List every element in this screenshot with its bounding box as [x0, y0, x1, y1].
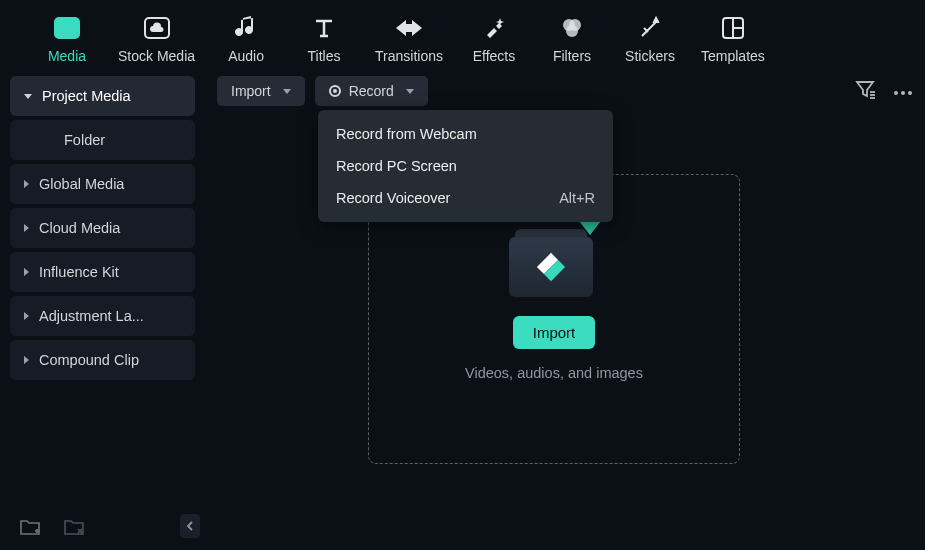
- nav-label: Transitions: [375, 48, 443, 64]
- chevron-right-icon: [24, 180, 29, 188]
- effects-icon: [480, 14, 508, 42]
- folder-icon: [509, 223, 599, 298]
- filter-icon[interactable]: [855, 79, 875, 103]
- import-dropdown-button[interactable]: Import: [217, 76, 305, 106]
- nav-templates[interactable]: Templates: [701, 14, 765, 64]
- nav-media[interactable]: Media: [40, 14, 94, 64]
- svg-point-16: [908, 91, 912, 95]
- chevron-right-icon: [24, 312, 29, 320]
- import-button[interactable]: Import: [513, 316, 596, 349]
- sidebar-bottom-actions: [20, 518, 84, 540]
- transitions-icon: [395, 14, 423, 42]
- record-menu: Record from Webcam Record PC Screen Reco…: [318, 110, 613, 222]
- nav-filters[interactable]: Filters: [545, 14, 599, 64]
- nav-label: Media: [48, 48, 86, 64]
- menu-item-label: Record PC Screen: [336, 158, 457, 174]
- sidebar-item-label: Project Media: [42, 88, 131, 104]
- chevron-right-icon: [24, 356, 29, 364]
- chevron-down-icon: [406, 89, 414, 94]
- chevron-right-icon: [24, 268, 29, 276]
- sidebar-item-label: Global Media: [39, 176, 124, 192]
- sidebar-item-influence-kit[interactable]: Influence Kit: [10, 252, 195, 292]
- sidebar-item-global-media[interactable]: Global Media: [10, 164, 195, 204]
- record-dropdown-button[interactable]: Record: [315, 76, 428, 106]
- templates-icon: [719, 14, 747, 42]
- nav-label: Stickers: [625, 48, 675, 64]
- svg-point-6: [566, 25, 578, 37]
- nav-label: Templates: [701, 48, 765, 64]
- svg-marker-7: [654, 18, 658, 22]
- sidebar-item-cloud-media[interactable]: Cloud Media: [10, 208, 195, 248]
- main-panel: Import Record Record from Webcam: [205, 68, 925, 538]
- menu-record-webcam[interactable]: Record from Webcam: [318, 118, 613, 150]
- nav-label: Effects: [473, 48, 516, 64]
- nav-transitions[interactable]: Transitions: [375, 14, 443, 64]
- sidebar-item-label: Compound Clip: [39, 352, 139, 368]
- delete-folder-icon[interactable]: [64, 518, 84, 540]
- titles-icon: [310, 14, 338, 42]
- chevron-down-icon: [24, 94, 32, 99]
- main-toolbar: Import Record: [217, 76, 913, 106]
- svg-point-15: [901, 91, 905, 95]
- sidebar: Project Media Folder Global Media Cloud …: [0, 68, 205, 538]
- sidebar-item-label: Cloud Media: [39, 220, 120, 236]
- sidebar-item-label: Adjustment La...: [39, 308, 144, 324]
- dropzone-hint: Videos, audios, and images: [465, 365, 643, 381]
- nav-stickers[interactable]: Stickers: [623, 14, 677, 64]
- menu-item-label: Record from Webcam: [336, 126, 477, 142]
- nav-effects[interactable]: Effects: [467, 14, 521, 64]
- chevron-right-icon: [24, 224, 29, 232]
- media-icon: [53, 14, 81, 42]
- collapse-sidebar-button[interactable]: [180, 514, 200, 538]
- menu-item-label: Record Voiceover: [336, 190, 450, 206]
- sidebar-item-compound-clip[interactable]: Compound Clip: [10, 340, 195, 380]
- audio-icon: [232, 14, 260, 42]
- svg-marker-3: [396, 20, 422, 36]
- button-label: Import: [231, 83, 271, 99]
- sidebar-item-label: Folder: [64, 132, 105, 148]
- new-folder-icon[interactable]: [20, 518, 40, 540]
- nav-titles[interactable]: Titles: [297, 14, 351, 64]
- menu-record-screen[interactable]: Record PC Screen: [318, 150, 613, 182]
- menu-record-voiceover[interactable]: Record Voiceover Alt+R: [318, 182, 613, 214]
- nav-stock-media[interactable]: Stock Media: [118, 14, 195, 64]
- stickers-icon: [636, 14, 664, 42]
- more-icon[interactable]: [893, 82, 913, 100]
- sidebar-item-project-media[interactable]: Project Media: [10, 76, 195, 116]
- nav-label: Stock Media: [118, 48, 195, 64]
- filters-icon: [558, 14, 586, 42]
- cloud-icon: [143, 14, 171, 42]
- sidebar-item-folder[interactable]: Folder: [10, 120, 195, 160]
- chevron-down-icon: [283, 89, 291, 94]
- top-nav: Media Stock Media Audio Titles Transitio…: [0, 0, 925, 64]
- record-icon: [329, 85, 341, 97]
- nav-label: Filters: [553, 48, 591, 64]
- sidebar-item-label: Influence Kit: [39, 264, 119, 280]
- menu-item-shortcut: Alt+R: [559, 190, 595, 206]
- button-label: Record: [349, 83, 394, 99]
- button-label: Import: [533, 324, 576, 341]
- svg-point-14: [894, 91, 898, 95]
- nav-label: Titles: [308, 48, 341, 64]
- nav-audio[interactable]: Audio: [219, 14, 273, 64]
- nav-label: Audio: [228, 48, 264, 64]
- sidebar-item-adjustment-layer[interactable]: Adjustment La...: [10, 296, 195, 336]
